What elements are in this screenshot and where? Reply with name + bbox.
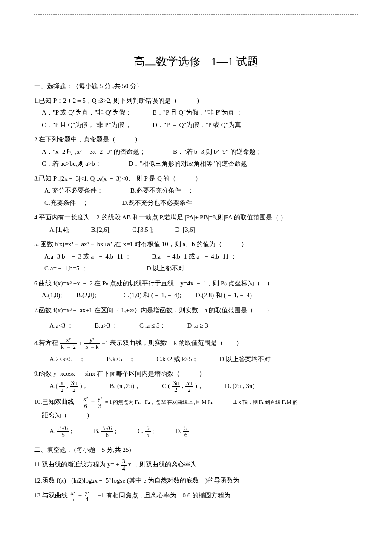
q1-opt-a: A．"P 或 Q"为真，"非 Q"为假； (42, 109, 132, 116)
q10: 10.已知双曲线 x² 6 − y² 3 = 1 的焦点为 F₁、F₂，点 M … (34, 396, 358, 438)
page-top-rule (34, 14, 358, 15)
q5: 5. 函数 f(x)=x³－ ax²－ bx+a² ,在 x=1 时有极值 10… (34, 238, 358, 275)
q2-opt-b: B．"若 b=3,则 b²=9" 的逆命题； (173, 148, 262, 155)
q10-frac2: y² 3 (96, 396, 104, 409)
q5-opt-d: D.以上都不对 (147, 265, 185, 272)
q4-stem: 4.平面内有一长度为 2 的线段 AB 和一动点 P,若满足 |PA|+|PB|… (34, 211, 358, 224)
q3-opt-c: C.充要条件 ； (44, 199, 89, 206)
q6-opt-b: B.(2,8); (76, 292, 96, 299)
q6-stem: 6.曲线 f(x)=x³ +x － 2 在 P₀ 点处的切线平行于直线 y=4x… (34, 277, 358, 290)
q10-stem-mid: = 1 的焦点为 F₁、F₂，点 M 在双曲线上 ,且 M F₁ ⊥ x 轴，则… (105, 400, 298, 405)
q1-opt-b: B．"P 且 Q"为假，"非 P"为真 ； (153, 109, 242, 116)
q7-stem: 7.函数 f(x)=x³－ ax+1 在区间（ 1,+∞）内是增函数，则实数 a… (34, 304, 358, 316)
q6-opt-d: D.(2,8) 和 (－ 1,－ 4) (196, 292, 252, 299)
q5-opt-a: A.a=3,b= － 3 或 a=－ 4,b=11 ； (44, 253, 131, 260)
q3: 3.已知 P :|2x－ 3|<1, Q :x(x － 3)<0, 则 P 是 … (34, 173, 358, 209)
q9-stem: 9.函数 y=xcosx － sinx 在下面哪个区间内是增函数（ ） (34, 368, 358, 380)
q6: 6.曲线 f(x)=x³ +x － 2 在 P₀ 点处的切线平行于直线 y=4x… (34, 277, 358, 302)
q10-opt-b: B. 5√66 ; (94, 425, 116, 439)
q8-stem-pre: 8.若方程 (34, 339, 60, 346)
q8-frac2: y² 5 －k (84, 337, 100, 351)
q8-plus: + (79, 339, 84, 346)
q2-opt-a: A．"x=2 时 ,x²－ 3x+2=0" 的否命题； (42, 148, 146, 155)
q5-stem: 5. 函数 f(x)=x³－ ax²－ bx+a² ,在 x=1 时有极值 10… (34, 238, 358, 250)
q2: 2.在下列命题中，真命题是（ ） A．"x=2 时 ,x²－ 3x+2=0" 的… (34, 133, 358, 170)
q2-opt-c: C．若 ac>bc,则 a>b； (42, 160, 101, 167)
q8-opt-a: A.2<k<5 ； (49, 353, 85, 365)
q10-stem-post: 距离为（ ） (34, 409, 358, 422)
section2-header: 二、填空题： (每小题 5 分,共 25) (34, 444, 358, 456)
q10-opt-a: A. 3√65 ; (49, 425, 72, 439)
title-underline (34, 43, 358, 43)
q1-opt-c: C．"P 且 Q"为假，"非 P"为假 ； (42, 121, 132, 128)
q2-stem: 2.在下列命题中，真命题是（ ） (34, 133, 358, 146)
q4-opt-c: C.[3,5 ]; (132, 224, 153, 236)
q10-frac1: x² 6 (82, 396, 89, 409)
q8-opt-b: B.k>5 ； (107, 353, 135, 365)
q6-opt-c: C.(1,0) 和 (－ 1,－ 4); (124, 292, 181, 299)
q12: 12.函数 f(x)= (ln2)log₂x－ 5ˣlog₅e (其中 e 为自… (34, 474, 358, 487)
q8-opt-d: D.以上答案均不对 (219, 353, 271, 365)
q2-opt-d: D．"相似三角形的对应角相等"的逆否命题 (129, 160, 247, 167)
q7-opt-b: B.a>3 ； (95, 319, 118, 332)
q8-frac1: x² k － 2 (60, 337, 77, 351)
q4-opt-d: D .[3,6] (175, 224, 195, 236)
q5-opt-c: C.a=－ 1,b=5 ； (44, 265, 87, 272)
q10-stem-pre: 10.已知双曲线 (34, 399, 81, 405)
q10-opt-c: C. 65 ; (138, 425, 154, 439)
q11-frac: 3 4 (121, 458, 127, 472)
q7-opt-a: A.a<3 ； (49, 319, 73, 332)
page-title: 高二数学选修 1—1 试题 (34, 52, 358, 72)
q8-opt-c: C.k<2 或 k>5； (156, 353, 198, 365)
section1-header: 一、选择题：（每小题 5 分 ,共 50 分） (34, 81, 358, 92)
q9-opt-a: A.( π2 , 3π2 )； (49, 380, 88, 394)
q8: 8.若方程 x² k － 2 + y² 5 －k =1 表示双曲线，则实数 k … (34, 337, 358, 365)
q10-minus: − (91, 399, 96, 405)
q10-opt-d: D. 56 (176, 425, 189, 439)
q1: 1.已知 P：2＋2＝5，Q :3>2, 则下列判断错误的是（ ） A．"P 或… (34, 95, 358, 131)
q3-stem: 3.已知 P :|2x－ 3|<1, Q :x(x － 3)<0, 则 P 是 … (34, 173, 358, 185)
q3-opt-b: B.必要不充分条件 ； (130, 187, 194, 194)
q8-stem-post: =1 表示双曲线，则实数 k 的取值范围是（ ） (101, 339, 242, 346)
q5-opt-b: B.a= －4,b=1 或 a=－ 4,b=11 ； (152, 253, 236, 260)
q3-opt-d: D.既不充分也不必要条件 (122, 199, 193, 206)
q11: 11.双曲线的渐近线方程为 y= ± 3 4 x ，则双曲线的离心率为 ____… (34, 458, 358, 472)
q7: 7.函数 f(x)=x³－ ax+1 在区间（ 1,+∞）内是增函数，则实数 a… (34, 304, 358, 332)
q4: 4.平面内有一长度为 2 的线段 AB 和一动点 P,若满足 |PA|+|PB|… (34, 211, 358, 236)
q9: 9.函数 y=xcosx － sinx 在下面哪个区间内是增函数（ ） A.( … (34, 368, 358, 393)
q9-opt-d: D. (2π , 3π) (225, 380, 255, 394)
q1-stem: 1.已知 P：2＋2＝5，Q :3>2, 则下列判断错误的是（ ） (34, 95, 358, 107)
q9-opt-c: C.( 3π2 , 5π2 )； (162, 380, 204, 394)
q3-opt-a: A. 充分不必要条件； (44, 187, 103, 194)
q4-opt-b: B.[2,6]; (91, 224, 111, 236)
q7-opt-d: D .a ≥ 3 (187, 319, 208, 332)
q4-opt-a: A.[1,4]; (49, 224, 70, 236)
q1-opt-d: D．"P 且 Q"为假，"P 或 Q"为真 (153, 121, 241, 128)
q7-opt-c: C .a ≤ 3； (139, 319, 166, 332)
q9-opt-b: B. (π ,2π)； (110, 380, 141, 394)
q6-opt-a: A.(1,0); (42, 292, 62, 299)
q13: 13.与双曲线 x²5 − y²4 = −1 有相同焦点，且离心率为 0.6 的… (34, 489, 358, 503)
